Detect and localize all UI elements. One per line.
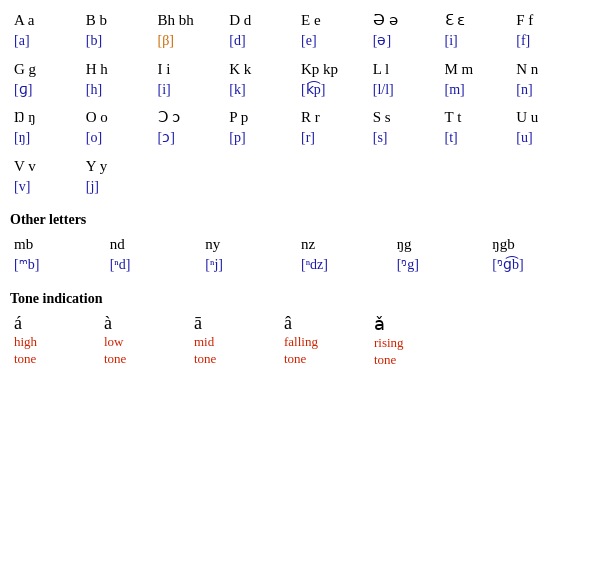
letter-cell-Ss: S s [s]	[369, 105, 441, 154]
letter-cell-Nn: N n [n]	[512, 57, 584, 106]
letter-cell-Uu: U u [u]	[512, 105, 584, 154]
empty-cell	[512, 154, 584, 203]
ipa-symbol: [ɔ]	[158, 128, 175, 148]
letter-cell-Yy: Y y [j]	[82, 154, 154, 203]
ipa-symbol: [ɡ]	[14, 80, 32, 100]
letter-label: mb	[14, 234, 33, 255]
letter-cell-schwa: Ə ə [ə]	[369, 8, 441, 57]
tone-label-falling: fallingtone	[284, 334, 318, 368]
ipa-symbol: [i]	[445, 31, 458, 51]
tone-indication-section: Tone indication á hightone à lowtone ā m…	[10, 291, 584, 373]
ipa-symbol: [s]	[373, 128, 388, 148]
ipa-symbol: [v]	[14, 177, 30, 197]
tone-indication-title: Tone indication	[10, 291, 584, 307]
letter-cell-Bhbh: Bh bh [β]	[154, 8, 226, 57]
tone-cell-falling: â fallingtone	[280, 311, 370, 373]
letter-cell-epsilon: Ɛ ɛ [i]	[441, 8, 513, 57]
other-cell-ngb: ŋgb [ᵑg͡b]	[488, 232, 584, 281]
ipa-symbol: [j]	[86, 177, 99, 197]
alphabet-section: A a [a] B b [b] Bh bh [β] D d [d] E e [e…	[10, 8, 584, 202]
letter-label: Kp kp	[301, 59, 338, 80]
ipa-symbol: [n]	[516, 80, 532, 100]
empty-cell	[297, 154, 369, 203]
letter-label: Ŋ ŋ	[14, 107, 36, 128]
letter-cell-Aa: A a [a]	[10, 8, 82, 57]
letter-label: D d	[229, 10, 251, 31]
tone-label-low: lowtone	[104, 334, 126, 368]
letter-label: F f	[516, 10, 533, 31]
ipa-symbol: [ⁿj]	[205, 255, 223, 275]
tone-label-high: hightone	[14, 334, 37, 368]
other-cell-nz: nz [ⁿdz]	[297, 232, 393, 281]
other-cell-nd: nd [ⁿd]	[106, 232, 202, 281]
empty-cell	[369, 154, 441, 203]
ipa-symbol: [e]	[301, 31, 317, 51]
ipa-symbol: [k]	[229, 80, 245, 100]
ipa-symbol: [o]	[86, 128, 102, 148]
letter-label: N n	[516, 59, 538, 80]
letter-label: Y y	[86, 156, 108, 177]
tone-grid: á hightone à lowtone ā midtone â falling…	[10, 311, 584, 373]
letter-label: R r	[301, 107, 320, 128]
letter-label: ny	[205, 234, 220, 255]
tone-label-mid: midtone	[194, 334, 216, 368]
letter-label: L l	[373, 59, 390, 80]
letter-cell-Hh: H h [h]	[82, 57, 154, 106]
letter-cell-Pp: P p [p]	[225, 105, 297, 154]
letter-cell-Gg: G g [ɡ]	[10, 57, 82, 106]
letter-cell-Tt: T t [t]	[441, 105, 513, 154]
empty-cell	[225, 154, 297, 203]
letter-label: I i	[158, 59, 171, 80]
ipa-symbol: [β]	[158, 31, 174, 51]
ipa-symbol: [l/l]	[373, 80, 394, 100]
ipa-symbol: [f]	[516, 31, 530, 51]
letter-cell-eng: Ŋ ŋ [ŋ]	[10, 105, 82, 154]
letter-label: B b	[86, 10, 107, 31]
ipa-symbol: [h]	[86, 80, 102, 100]
ipa-symbol: [r]	[301, 128, 315, 148]
tone-cell-low: à lowtone	[100, 311, 190, 373]
other-cell-mb: mb [ᵐb]	[10, 232, 106, 281]
letter-label: S s	[373, 107, 391, 128]
letter-label: ŋg	[397, 234, 412, 255]
ipa-symbol: [u]	[516, 128, 532, 148]
ipa-symbol: [b]	[86, 31, 102, 51]
other-letters-section: Other letters mb [ᵐb] nd [ⁿd] ny [ⁿj] nz…	[10, 212, 584, 281]
ipa-symbol: [ŋ]	[14, 128, 30, 148]
other-letters-title: Other letters	[10, 212, 584, 228]
tone-char-rising: ǎ	[374, 313, 385, 335]
ipa-symbol: [d]	[229, 31, 245, 51]
letter-cell-Bb: B b [b]	[82, 8, 154, 57]
ipa-symbol: [i]	[158, 80, 171, 100]
letter-cell-Oo: O o [o]	[82, 105, 154, 154]
letter-cell-Rr: R r [r]	[297, 105, 369, 154]
other-letters-grid: mb [ᵐb] nd [ⁿd] ny [ⁿj] nz [ⁿdz] ŋg [ᵑg]…	[10, 232, 584, 281]
letter-cell-Ee: E e [e]	[297, 8, 369, 57]
letter-label: Bh bh	[158, 10, 194, 31]
letter-label: G g	[14, 59, 36, 80]
letter-label: T t	[445, 107, 462, 128]
letter-label: E e	[301, 10, 321, 31]
empty-cell	[154, 154, 226, 203]
ipa-symbol: [ⁿd]	[110, 255, 131, 275]
letter-cell-Ll: L l [l/l]	[369, 57, 441, 106]
ipa-symbol: [t]	[445, 128, 458, 148]
letter-label: nd	[110, 234, 125, 255]
tone-cell-mid: ā midtone	[190, 311, 280, 373]
letter-cell-Vv: V v [v]	[10, 154, 82, 203]
letter-label: Ə ə	[373, 10, 398, 31]
ipa-symbol: [ᵑg]	[397, 255, 419, 275]
letter-label: nz	[301, 234, 315, 255]
letter-label: A a	[14, 10, 34, 31]
other-cell-ny: ny [ⁿj]	[201, 232, 297, 281]
tone-char-falling: â	[284, 313, 292, 334]
tone-label-rising: risingtone	[374, 335, 404, 369]
letter-label: V v	[14, 156, 36, 177]
letter-cell-Ff: F f [f]	[512, 8, 584, 57]
ipa-symbol: [p]	[229, 128, 245, 148]
letter-label: Ɔ ɔ	[158, 107, 181, 128]
empty-cell	[441, 154, 513, 203]
tone-cell-high: á hightone	[10, 311, 100, 373]
tone-char-high: á	[14, 313, 22, 334]
ipa-symbol: [ᵐb]	[14, 255, 39, 275]
